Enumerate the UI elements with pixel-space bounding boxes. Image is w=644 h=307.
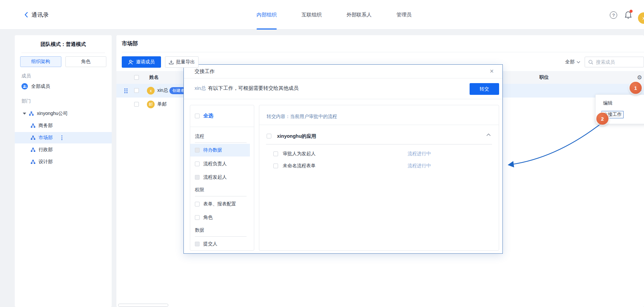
category-label: 待办数据 <box>203 147 222 153</box>
page-title: 通讯录 <box>32 11 49 19</box>
horizontal-scrollbar[interactable] <box>118 304 168 307</box>
avatar: x <box>147 87 155 95</box>
process-row[interactable]: 未命名流程表单 流程进行中 <box>273 162 491 170</box>
checkbox[interactable] <box>273 151 278 156</box>
process-name: 审批人为发起人 <box>283 151 316 157</box>
category-form-report-config[interactable]: 表单、报表配置 <box>190 198 254 210</box>
divider <box>266 144 492 144</box>
org-icon <box>31 147 36 152</box>
dialog-message: xin总有以下工作，可根据需要转交给其他成员 <box>195 85 299 91</box>
process-status: 流程进行中 <box>408 151 431 157</box>
filter-dropdown[interactable]: 全部 <box>565 56 580 68</box>
category-label: 角色 <box>203 214 213 221</box>
group-label-permission: 权限 <box>195 187 204 193</box>
notification-dot <box>630 10 633 13</box>
org-icon <box>31 135 36 140</box>
divider <box>195 142 247 143</box>
dept-label: 市场部 <box>39 135 53 141</box>
checkbox[interactable] <box>195 242 200 246</box>
tree-node-dept-admin[interactable]: 行政部 <box>15 144 112 156</box>
category-submitter[interactable]: 提交人 <box>190 238 254 250</box>
gear-icon[interactable]: ⚙ <box>637 74 642 81</box>
checkbox[interactable] <box>267 134 271 138</box>
dialog-message-row: xin总有以下工作，可根据需要转交给其他成员 转交 <box>184 78 502 99</box>
select-all-checkbox[interactable] <box>134 75 139 80</box>
tree-caret-icon[interactable] <box>23 113 26 115</box>
category-process-owner[interactable]: 流程负责人 <box>190 158 254 170</box>
tab-external-contacts[interactable]: 外部联系人 <box>346 0 372 29</box>
tab-roles[interactable]: 角色 <box>65 56 107 67</box>
divider <box>259 125 499 125</box>
process-name: 未命名流程表单 <box>283 163 316 169</box>
member-name: xin总 <box>157 87 168 94</box>
tab-admin[interactable]: 管理员 <box>396 0 412 29</box>
column-position: 职位 <box>539 74 549 80</box>
drag-handle[interactable] <box>124 88 128 94</box>
checkbox[interactable] <box>195 202 200 206</box>
members-icon <box>21 83 28 89</box>
notification-bell[interactable] <box>625 11 632 20</box>
checkbox[interactable] <box>273 164 278 168</box>
tree-node-company[interactable]: xinyonghu公司 <box>15 108 112 119</box>
top-tabs: 内部组织 互联组织 外部联系人 管理员 <box>257 0 412 29</box>
process-row[interactable]: 审批人为发起人 流程进行中 <box>273 150 491 158</box>
invite-member-button[interactable]: 邀请成员 <box>122 56 161 68</box>
all-members-label: 全部成员 <box>31 83 50 89</box>
bulk-export-button[interactable]: 批量导出 <box>165 56 199 68</box>
tree-node-dept-design[interactable]: 设计部 <box>15 156 112 168</box>
chevron-up-icon[interactable] <box>486 133 491 136</box>
menu-item-edit[interactable]: 编辑 <box>596 98 644 109</box>
transfer-button[interactable]: 转交 <box>470 83 499 95</box>
download-icon <box>169 60 174 65</box>
select-all-row[interactable]: 全选 <box>195 113 213 119</box>
dialog-title: 交接工作 <box>195 68 215 75</box>
divider <box>21 53 105 53</box>
divider <box>190 127 254 127</box>
user-avatar[interactable]: x <box>638 12 644 24</box>
group-label-data: 数据 <box>195 227 204 233</box>
row-checkbox[interactable] <box>134 88 139 93</box>
company-label: xinyonghu公司 <box>37 111 68 117</box>
sidebar-item-all-members[interactable]: 全部成员 <box>21 83 50 89</box>
tree-node-dept-marketing[interactable]: 市场部 <box>15 132 112 143</box>
checkbox[interactable] <box>195 175 200 180</box>
app-root: 通讯录 内部组织 互联组织 外部联系人 管理员 ? x 团队模式：普通模式 组织… <box>0 0 644 307</box>
dept-label: 行政部 <box>39 147 53 153</box>
tree-node-dept-business[interactable]: 商务部 <box>15 120 112 131</box>
category-role[interactable]: 角色 <box>190 211 254 224</box>
checkbox[interactable] <box>195 215 200 220</box>
menu-item-label: 编辑 <box>603 100 612 106</box>
search-box[interactable] <box>585 57 644 67</box>
handover-content-panel: 转交内容：当前用户审批中的流程 xinyonghu的应用 审批人为发起人 流程进… <box>259 105 499 251</box>
checkbox[interactable] <box>195 148 200 152</box>
bulk-export-label: 批量导出 <box>176 59 195 65</box>
checkbox[interactable] <box>195 162 200 166</box>
member-name: 单邮 <box>157 101 167 107</box>
tab-internal-org[interactable]: 内部组织 <box>257 0 277 29</box>
category-label: 流程负责人 <box>203 161 227 167</box>
search-input[interactable] <box>596 59 636 65</box>
annotation-step-2: 2 <box>596 113 608 125</box>
tab-connected-org[interactable]: 互联组织 <box>302 0 322 29</box>
divider <box>122 52 644 52</box>
row-checkbox[interactable] <box>134 102 139 107</box>
org-icon <box>29 111 34 116</box>
app-group-row[interactable]: xinyonghu的应用 <box>267 132 491 140</box>
members-section-label: 成员 <box>21 73 31 79</box>
group-label-process: 流程 <box>195 133 204 139</box>
message-text: 有以下工作，可根据需要转交给其他成员 <box>208 85 299 91</box>
close-icon[interactable]: × <box>490 67 494 75</box>
annotation-step-1: 1 <box>630 82 642 94</box>
dept-more-icon[interactable] <box>61 135 62 140</box>
select-all-checkbox[interactable] <box>195 114 200 118</box>
category-todo-data[interactable]: 待办数据 <box>190 144 250 157</box>
filter-label: 全部 <box>565 59 575 65</box>
tab-org-structure[interactable]: 组织架构 <box>20 56 61 67</box>
column-name: 姓名 <box>149 74 159 80</box>
divider <box>195 236 247 237</box>
help-icon[interactable]: ? <box>610 11 617 19</box>
category-process-initiator[interactable]: 流程发起人 <box>190 171 254 184</box>
back-button[interactable]: 通讯录 <box>24 0 49 29</box>
org-icon <box>31 160 36 164</box>
content-header: 转交内容：当前用户审批中的流程 <box>267 114 337 120</box>
